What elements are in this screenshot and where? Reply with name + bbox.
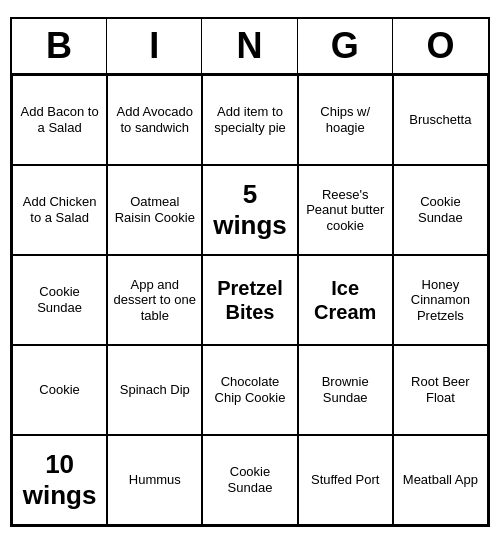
bingo-cell: 5 wings	[202, 165, 297, 255]
bingo-cell: Brownie Sundae	[298, 345, 393, 435]
bingo-grid: Add Bacon to a SaladAdd Avocado to sandw…	[12, 75, 488, 525]
bingo-header: BINGO	[12, 19, 488, 75]
bingo-card: BINGO Add Bacon to a SaladAdd Avocado to…	[10, 17, 490, 527]
bingo-cell: Chips w/ hoagie	[298, 75, 393, 165]
header-letter: I	[107, 19, 202, 73]
bingo-cell: App and dessert to one table	[107, 255, 202, 345]
bingo-cell: Cookie Sundae	[12, 255, 107, 345]
bingo-cell: Oatmeal Raisin Cookie	[107, 165, 202, 255]
bingo-cell: Chocolate Chip Cookie	[202, 345, 297, 435]
header-letter: N	[202, 19, 297, 73]
header-letter: G	[298, 19, 393, 73]
bingo-cell: Cookie Sundae	[393, 165, 488, 255]
bingo-cell: Bruschetta	[393, 75, 488, 165]
bingo-cell: Add Chicken to a Salad	[12, 165, 107, 255]
bingo-cell: Pretzel Bites	[202, 255, 297, 345]
header-letter: B	[12, 19, 107, 73]
bingo-cell: Add Bacon to a Salad	[12, 75, 107, 165]
bingo-cell: Add item to specialty pie	[202, 75, 297, 165]
bingo-cell: Stuffed Port	[298, 435, 393, 525]
header-letter: O	[393, 19, 488, 73]
bingo-cell: Hummus	[107, 435, 202, 525]
bingo-cell: Root Beer Float	[393, 345, 488, 435]
bingo-cell: Ice Cream	[298, 255, 393, 345]
bingo-cell: Add Avocado to sandwich	[107, 75, 202, 165]
bingo-cell: 10 wings	[12, 435, 107, 525]
bingo-cell: Cookie Sundae	[202, 435, 297, 525]
bingo-cell: Spinach Dip	[107, 345, 202, 435]
bingo-cell: Meatball App	[393, 435, 488, 525]
bingo-cell: Cookie	[12, 345, 107, 435]
bingo-cell: Honey Cinnamon Pretzels	[393, 255, 488, 345]
bingo-cell: Reese's Peanut butter cookie	[298, 165, 393, 255]
